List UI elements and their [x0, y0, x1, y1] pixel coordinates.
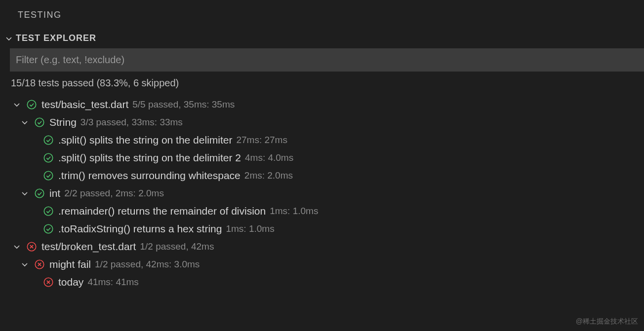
test-meta: 3/3 passed, 33ms: 33ms: [80, 117, 183, 128]
pass-icon: [42, 152, 54, 164]
test-tree: test/basic_test.dart5/5 passed, 35ms: 35…: [0, 96, 644, 291]
test-meta: 1ms: 1.0ms: [270, 206, 318, 217]
pass-icon: [42, 134, 54, 146]
test-label: .remainder() returns the remainder of di…: [58, 205, 266, 217]
chevron-down-icon[interactable]: [12, 242, 22, 252]
chevron-down-icon[interactable]: [20, 259, 30, 269]
test-summary: 15/18 tests passed (83.3%, 6 skipped): [0, 72, 644, 96]
test-meta: 2/2 passed, 2ms: 2.0ms: [64, 188, 164, 199]
pass-icon: [34, 187, 45, 199]
svg-point-4: [44, 171, 52, 180]
svg-point-3: [44, 153, 52, 162]
test-node[interactable]: .split() splits the string on the delimi…: [0, 149, 644, 167]
fail-icon: [26, 241, 38, 253]
test-label: .split() splits the string on the delimi…: [58, 152, 241, 164]
svg-point-0: [27, 100, 36, 109]
section-title: TEST EXPLORER: [16, 33, 96, 43]
pass-icon: [34, 116, 45, 128]
test-label: .trim() removes surrounding whitespace: [58, 170, 241, 182]
test-meta: 1/2 passed, 42ms: [140, 241, 214, 252]
test-meta: 2ms: 2.0ms: [244, 170, 293, 181]
test-node[interactable]: .trim() removes surrounding whitespace2m…: [0, 167, 644, 184]
chevron-down-icon[interactable]: [20, 117, 30, 127]
test-label: might fail: [49, 258, 91, 270]
chevron-down-icon: [4, 34, 14, 43]
panel-title: TESTING: [0, 0, 644, 30]
svg-point-7: [44, 224, 52, 233]
test-node[interactable]: today41ms: 41ms: [0, 273, 644, 291]
test-meta: 1/2 passed, 42ms: 3.0ms: [95, 259, 200, 270]
svg-point-1: [35, 118, 43, 126]
test-node[interactable]: int2/2 passed, 2ms: 2.0ms: [0, 184, 644, 202]
pass-icon: [42, 223, 54, 235]
test-label: .split() splits the string on the delimi…: [58, 134, 232, 146]
test-label: today: [58, 276, 83, 288]
test-node[interactable]: test/basic_test.dart5/5 passed, 35ms: 35…: [0, 96, 644, 113]
chevron-down-icon[interactable]: [20, 188, 30, 198]
test-label: .toRadixString() returns a hex string: [58, 223, 222, 235]
test-label: test/broken_test.dart: [41, 241, 136, 253]
fail-icon: [42, 276, 54, 288]
test-label: test/basic_test.dart: [41, 99, 128, 110]
test-meta: 27ms: 27ms: [236, 135, 287, 146]
test-label: int: [49, 187, 60, 199]
test-node[interactable]: test/broken_test.dart1/2 passed, 42ms: [0, 238, 644, 256]
test-label: String: [49, 116, 77, 128]
svg-point-2: [44, 136, 52, 144]
test-node[interactable]: .toRadixString() returns a hex string1ms…: [0, 220, 644, 238]
svg-point-5: [35, 189, 43, 197]
test-meta: 4ms: 4.0ms: [245, 152, 293, 163]
section-header[interactable]: TEST EXPLORER: [0, 30, 644, 48]
pass-icon: [42, 170, 54, 182]
test-node[interactable]: might fail1/2 passed, 42ms: 3.0ms: [0, 256, 644, 273]
chevron-down-icon[interactable]: [12, 100, 22, 110]
test-node[interactable]: .split() splits the string on the delimi…: [0, 131, 644, 149]
pass-icon: [42, 205, 54, 217]
test-meta: 5/5 passed, 35ms: 35ms: [132, 99, 235, 110]
filter-input[interactable]: [10, 48, 644, 72]
fail-icon: [34, 258, 45, 270]
watermark: @稀土掘金技术社区: [576, 317, 638, 326]
svg-point-6: [44, 207, 52, 215]
test-node[interactable]: .remainder() returns the remainder of di…: [0, 202, 644, 220]
test-meta: 1ms: 1.0ms: [226, 223, 274, 234]
test-node[interactable]: String3/3 passed, 33ms: 33ms: [0, 113, 644, 131]
pass-icon: [26, 99, 38, 110]
test-meta: 41ms: 41ms: [87, 277, 138, 288]
